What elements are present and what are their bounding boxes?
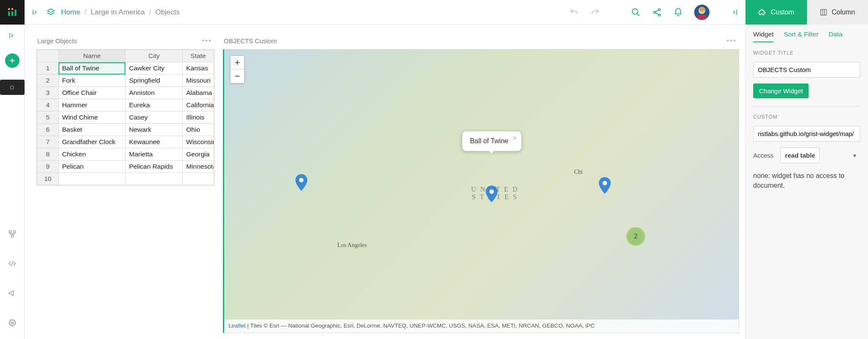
breadcrumb-home[interactable]: Home — [61, 8, 80, 17]
cell-state[interactable]: California — [183, 99, 214, 111]
table-row[interactable]: 6BasketNewarkOhio — [37, 124, 214, 136]
expand-left-panel-icon[interactable] — [7, 31, 17, 41]
cell-name[interactable] — [58, 173, 125, 185]
map-label-la: Los Angeles — [337, 242, 367, 249]
subtab-widget[interactable]: Widget — [753, 31, 773, 42]
column-header-city[interactable]: City — [125, 50, 183, 62]
table-row[interactable]: 9PelicanPelican RapidsMinnesota — [37, 161, 214, 173]
popup-text: Ball of Twine — [470, 137, 508, 144]
subtab-sort-filter[interactable]: Sort & Filter — [784, 31, 818, 42]
avatar[interactable] — [694, 5, 709, 20]
row-number: 9 — [37, 161, 59, 173]
collapse-left-icon[interactable] — [31, 7, 41, 17]
access-select[interactable]: read table — [780, 147, 820, 163]
breadcrumb-page[interactable]: Objects — [155, 8, 180, 17]
custom-url-input[interactable] — [753, 126, 860, 142]
map-panel-menu-icon[interactable]: ••• — [726, 36, 737, 45]
svg-rect-7 — [11, 235, 13, 237]
help-icon[interactable] — [4, 314, 21, 331]
cell-state[interactable] — [183, 173, 214, 185]
table-panel-menu-icon[interactable]: ••• — [202, 36, 212, 45]
table-row[interactable]: 4HammerEurekaCalifornia — [37, 99, 214, 111]
map-marker[interactable] — [599, 177, 611, 194]
cell-name[interactable]: Grandfather Clock — [58, 136, 125, 148]
table-row[interactable]: 10 — [37, 173, 214, 185]
cell-city[interactable]: Casey — [125, 111, 183, 124]
cell-state[interactable]: Ohio — [183, 124, 214, 136]
cell-name[interactable]: Wind Chime — [58, 111, 125, 124]
row-number: 8 — [37, 148, 59, 161]
cell-name[interactable]: Hammer — [58, 99, 125, 111]
data-grid[interactable]: Name City State 1Ball of TwineCawker Cit… — [36, 49, 214, 186]
subtab-data[interactable]: Data — [829, 31, 843, 42]
top-bar: Home / Large in America / Objects — [25, 0, 745, 25]
share-icon[interactable] — [652, 7, 662, 17]
cell-state[interactable]: Minnesota — [183, 161, 214, 173]
notifications-icon[interactable] — [673, 7, 683, 17]
cell-city[interactable]: Cawker City — [125, 62, 183, 75]
table-row[interactable]: 5Wind ChimeCaseyIllinois — [37, 111, 214, 124]
code-view-icon[interactable] — [4, 255, 21, 272]
row-number: 3 — [37, 87, 59, 99]
cell-state[interactable]: Kansas — [183, 62, 214, 75]
pages-icon[interactable] — [46, 7, 56, 17]
popup-close-icon[interactable]: × — [512, 134, 517, 143]
cell-name[interactable]: Basket — [58, 124, 125, 136]
map-marker[interactable] — [486, 186, 498, 203]
map-label-chi: Chi — [574, 169, 583, 175]
table-row[interactable]: 7Grandfather ClockKewauneeWisconsin — [37, 136, 214, 148]
cell-name[interactable]: Pelican — [58, 161, 125, 173]
svg-point-17 — [299, 178, 303, 182]
cell-name[interactable]: Ball of Twine — [58, 62, 125, 75]
cell-city[interactable]: Marietta — [125, 148, 183, 161]
map-widget[interactable]: U N I T E DS T A T E S Los Angeles Chi +… — [223, 49, 739, 333]
row-number: 5 — [37, 111, 59, 124]
page-tab-objects[interactable]: O — [0, 80, 25, 95]
tab-custom[interactable]: Custom — [746, 0, 807, 25]
cell-name[interactable]: Fork — [58, 75, 125, 87]
redo-icon[interactable] — [590, 7, 600, 17]
breadcrumb-doc[interactable]: Large in America — [91, 8, 145, 17]
change-widget-button[interactable]: Change Widget — [753, 83, 809, 98]
cell-city[interactable]: Pelican Rapids — [125, 161, 183, 173]
add-new-button[interactable] — [5, 53, 19, 68]
search-icon[interactable] — [631, 7, 641, 17]
cell-state[interactable]: Illinois — [183, 111, 214, 124]
svg-point-9 — [11, 322, 13, 324]
cell-city[interactable]: Springfield — [125, 75, 183, 87]
table-row[interactable]: 2ForkSpringfieldMissouri — [37, 75, 214, 87]
zoom-out-button[interactable]: − — [231, 69, 244, 83]
left-sidebar: O — [0, 0, 25, 339]
svg-rect-16 — [698, 15, 706, 20]
table-row[interactable]: 1Ball of TwineCawker CityKansas — [37, 62, 214, 75]
cell-state[interactable]: Missouri — [183, 75, 214, 87]
column-header-state[interactable]: State — [183, 50, 214, 62]
collapse-right-icon[interactable] — [729, 7, 739, 17]
zoom-in-button[interactable]: + — [231, 56, 244, 69]
cell-name[interactable]: Chicken — [58, 148, 125, 161]
tab-column[interactable]: Column — [807, 0, 868, 25]
cell-state[interactable]: Georgia — [183, 148, 214, 161]
table-row[interactable]: 8ChickenMariettaGeorgia — [37, 148, 214, 161]
map-attribution: Leaflet | Tiles © Esri — National Geogra… — [224, 320, 739, 333]
leaflet-link[interactable]: Leaflet — [228, 322, 246, 329]
cell-name[interactable]: Office Chair — [58, 87, 125, 99]
undo-icon[interactable] — [569, 7, 579, 17]
app-logo[interactable] — [0, 0, 25, 25]
cell-city[interactable]: Eureka — [125, 99, 183, 111]
map-cluster[interactable]: 2 — [626, 227, 645, 246]
announce-icon[interactable] — [4, 285, 21, 302]
cell-city[interactable] — [125, 173, 183, 185]
row-number: 4 — [37, 99, 59, 111]
cell-city[interactable]: Kewaunee — [125, 136, 183, 148]
cell-state[interactable]: Wisconsin — [183, 136, 214, 148]
column-header-name[interactable]: Name — [58, 50, 125, 62]
cell-city[interactable]: Anniston — [125, 87, 183, 99]
row-number: 2 — [37, 75, 59, 87]
map-marker[interactable] — [295, 174, 307, 191]
cell-state[interactable]: Alabama — [183, 87, 214, 99]
raw-data-icon[interactable] — [4, 225, 21, 242]
table-row[interactable]: 3Office ChairAnnistonAlabama — [37, 87, 214, 99]
cell-city[interactable]: Newark — [125, 124, 183, 136]
widget-title-input[interactable] — [753, 62, 860, 78]
